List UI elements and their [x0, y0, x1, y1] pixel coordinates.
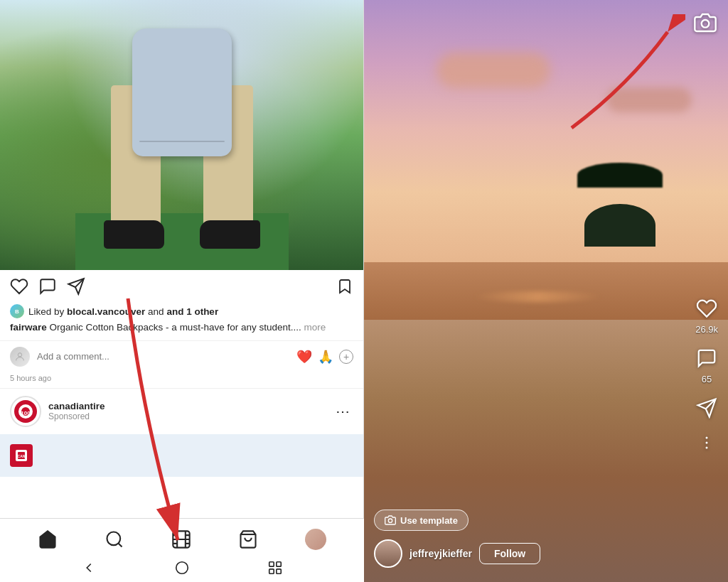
svg-rect-19 [276, 569, 280, 573]
sys-nav-back[interactable] [73, 557, 105, 578]
liker-avatar: B [10, 304, 24, 318]
share-icon [696, 397, 717, 421]
left-panel-wrapper: B Liked by blocal.vancouver and and 1 ot… [0, 0, 364, 582]
sys-nav-recents[interactable] [259, 557, 291, 578]
caption-text: Organic Cotton Backpacks - a must-have f… [50, 322, 301, 333]
nav-search[interactable] [100, 525, 129, 554]
backpack-figure [75, 0, 289, 270]
comment-input[interactable] [37, 351, 289, 362]
comment-row: ❤️ 🙏 + [0, 340, 363, 372]
use-template-label: Use template [400, 515, 458, 526]
reel-more-button[interactable] [698, 434, 715, 454]
svg-rect-18 [269, 569, 273, 573]
reel-username[interactable]: jeffreyjkieffer [410, 548, 472, 559]
svg-point-11 [107, 532, 121, 546]
heart-emoji[interactable]: ❤️ [296, 349, 312, 365]
share-button[interactable] [67, 277, 85, 296]
post-meta: B Liked by blocal.vancouver and and 1 ot… [0, 303, 363, 340]
comment-count: 65 [702, 374, 712, 384]
sponsored-content-area: CAN [0, 434, 363, 477]
bookmark-button[interactable] [336, 278, 353, 295]
hands-emoji[interactable]: 🙏 [318, 349, 333, 365]
post-caption: fairware Organic Cotton Backpacks - a mu… [10, 321, 353, 335]
comment-emojis: ❤️ 🙏 + [296, 349, 353, 365]
comment-icon [696, 347, 717, 372]
use-template-button[interactable]: Use template [374, 510, 469, 531]
svg-rect-17 [276, 562, 280, 566]
like-button[interactable] [10, 277, 28, 296]
sponsored-more-button[interactable]: ⋯ [332, 403, 353, 420]
svg-text:CAN: CAN [18, 454, 26, 458]
nav-shop[interactable] [234, 525, 262, 554]
svg-point-26 [706, 442, 708, 444]
commenter-avatar [10, 347, 30, 367]
follow-button[interactable]: Follow [479, 543, 540, 564]
reel-share-button[interactable] [696, 397, 717, 421]
nav-profile[interactable] [301, 524, 331, 554]
instagram-left-panel: B Liked by blocal.vancouver and and 1 ot… [0, 0, 364, 582]
svg-rect-16 [269, 562, 273, 566]
sponsored-label: Sponsored [48, 411, 325, 421]
svg-line-12 [118, 543, 122, 546]
svg-point-21 [702, 20, 710, 28]
bottom-nav [0, 518, 364, 582]
profile-avatar [305, 529, 326, 550]
svg-text:100: 100 [21, 410, 31, 416]
sponsored-info: canadiantire Sponsored [48, 401, 325, 421]
caption-more[interactable]: more [304, 322, 326, 333]
like-icon [696, 298, 717, 322]
camera-icon[interactable] [694, 11, 717, 37]
sponsored-username[interactable]: canadiantire [48, 401, 325, 411]
reel-bottom-info: Use template jeffreyjkieffer Follow [364, 500, 685, 582]
nav-reels[interactable] [167, 525, 196, 554]
more-emojis-button[interactable]: + [339, 350, 353, 364]
post-time: 5 hours ago [0, 372, 363, 388]
nav-home[interactable] [33, 525, 62, 554]
reel-user-avatar[interactable] [374, 539, 402, 568]
svg-point-15 [176, 562, 188, 574]
sponsored-avatar: 100 [10, 396, 41, 427]
post-image [0, 0, 363, 270]
reel-actions: 26.9k 65 [695, 298, 718, 454]
svg-point-27 [706, 447, 708, 449]
svg-point-2 [18, 353, 21, 357]
post-actions-bar [0, 270, 363, 303]
nav-icons [0, 519, 364, 557]
svg-point-25 [706, 437, 708, 439]
svg-point-28 [388, 519, 392, 522]
liked-by-row: B Liked by blocal.vancouver and and 1 ot… [10, 304, 353, 318]
system-nav [0, 557, 364, 582]
reel-like-button[interactable]: 26.9k [695, 298, 718, 335]
sponsored-post-row: 100 canadiantire Sponsored ⋯ [0, 388, 363, 434]
comment-button[interactable] [38, 277, 57, 296]
like-count: 26.9k [695, 324, 718, 335]
liked-by-text: Liked by blocal.vancouver and and 1 othe… [28, 306, 218, 317]
caption-username[interactable]: fairware [10, 322, 47, 333]
right-panel: 26.9k 65 [364, 0, 728, 582]
reel-comment-button[interactable]: 65 [696, 347, 717, 384]
sys-nav-home[interactable] [166, 557, 198, 578]
reel-user-row: jeffreyjkieffer Follow [374, 539, 675, 568]
